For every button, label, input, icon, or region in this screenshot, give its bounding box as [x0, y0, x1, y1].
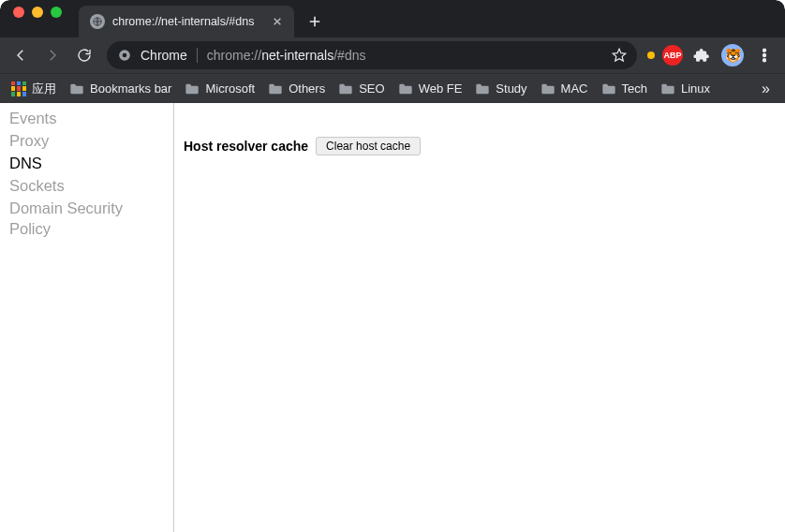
globe-icon: [90, 14, 105, 29]
page-content: Events Proxy DNS Sockets Domain Security…: [0, 103, 785, 532]
back-button[interactable]: [6, 40, 36, 70]
browser-menu-button[interactable]: [749, 40, 779, 70]
traffic-lights: [13, 0, 62, 37]
reload-button[interactable]: [69, 40, 99, 70]
window-maximize-button[interactable]: [51, 7, 62, 18]
svg-point-3: [763, 49, 766, 52]
security-chip[interactable]: Chrome: [141, 48, 198, 63]
extension-abp-icon[interactable]: ABP: [662, 45, 683, 66]
url-text: chrome://net-internals/#dns: [207, 48, 366, 63]
bookmark-folder[interactable]: Study: [475, 81, 526, 96]
bookmark-folder[interactable]: SEO: [338, 81, 384, 96]
bookmark-folder[interactable]: Bookmarks bar: [69, 81, 171, 96]
bookmark-folder[interactable]: Others: [268, 81, 325, 96]
browser-tab[interactable]: chrome://net-internals/#dns: [79, 6, 294, 37]
extension-indicator-icon[interactable]: [647, 52, 655, 59]
svg-point-5: [763, 59, 766, 62]
svg-point-4: [763, 54, 766, 57]
chrome-icon: [116, 47, 133, 64]
tab-title: chrome://net-internals/#dns: [112, 15, 264, 28]
sidebar-item-dns[interactable]: DNS: [0, 152, 173, 174]
clear-host-cache-button[interactable]: Clear host cache: [316, 137, 421, 155]
apps-shortcut[interactable]: 应用: [11, 81, 56, 97]
profile-avatar[interactable]: 🐯: [721, 44, 744, 66]
apps-label: 应用: [32, 81, 56, 97]
section-heading: Host resolver cache: [184, 139, 308, 154]
sidebar-item-proxy[interactable]: Proxy: [0, 129, 173, 152]
window-close-button[interactable]: [13, 7, 24, 18]
bookmark-star-icon[interactable]: [611, 47, 628, 64]
window-minimize-button[interactable]: [32, 7, 43, 18]
new-tab-button[interactable]: [302, 8, 328, 35]
forward-button[interactable]: [37, 40, 67, 70]
tab-strip: chrome://net-internals/#dns: [79, 0, 328, 37]
address-bar[interactable]: Chrome chrome://net-internals/#dns: [107, 41, 637, 69]
apps-grid-icon: [11, 81, 26, 96]
bookmark-folder[interactable]: Web FE: [398, 81, 463, 96]
net-internals-sidebar: Events Proxy DNS Sockets Domain Security…: [0, 103, 174, 532]
extensions-puzzle-icon[interactable]: [690, 44, 713, 66]
sidebar-item-sockets[interactable]: Sockets: [0, 174, 173, 197]
bookmarks-overflow-button[interactable]: »: [758, 81, 774, 97]
toolbar: Chrome chrome://net-internals/#dns ABP 🐯: [0, 37, 785, 73]
svg-point-2: [123, 53, 127, 58]
bookmark-folder[interactable]: Microsoft: [185, 81, 255, 96]
main-panel: Host resolver cache Clear host cache: [174, 103, 785, 532]
bookmarks-bar: 应用 Bookmarks bar Microsoft Others SEO We…: [0, 73, 785, 103]
sidebar-item-domain-security-policy[interactable]: Domain Security Policy: [0, 197, 173, 240]
sidebar-item-events[interactable]: Events: [0, 107, 173, 129]
tab-close-button[interactable]: [270, 14, 285, 29]
window-titlebar: chrome://net-internals/#dns: [0, 0, 785, 37]
bookmark-folder[interactable]: Linux: [660, 81, 710, 96]
bookmark-folder[interactable]: Tech: [601, 81, 647, 96]
bookmark-folder[interactable]: MAC: [541, 81, 588, 96]
